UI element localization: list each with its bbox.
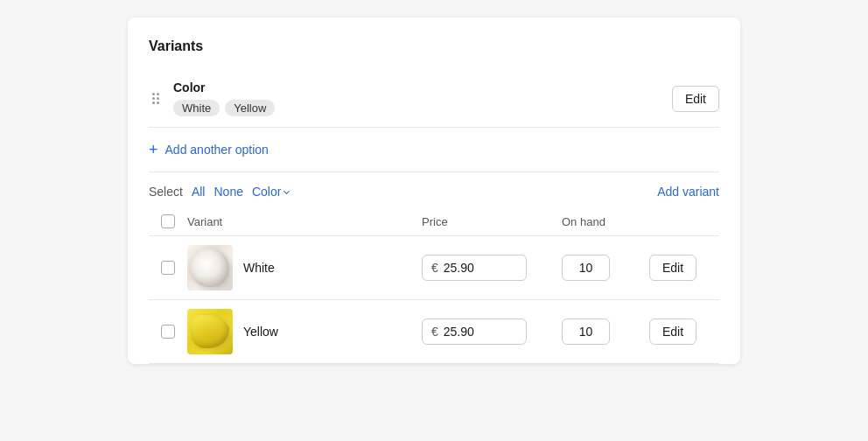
variants-card: Variants Color White Yellow xyxy=(128,18,740,364)
yellow-onhand-cell xyxy=(562,318,649,345)
filter-left: Select All None Color xyxy=(149,185,289,199)
drag-handle-grid xyxy=(152,93,159,104)
drag-dot xyxy=(157,93,159,95)
white-price-input[interactable] xyxy=(444,261,496,275)
yellow-price-input-wrapper: € xyxy=(422,318,527,345)
table-row: Yellow € Edit xyxy=(149,300,719,364)
white-currency-symbol: € xyxy=(431,261,438,275)
row-checkbox-cell xyxy=(149,325,187,339)
white-onhand-input[interactable] xyxy=(562,255,610,281)
white-actions-cell: Edit xyxy=(649,255,719,281)
variant-col-header: Variant xyxy=(187,215,422,228)
onhand-col-header: On hand xyxy=(562,215,649,228)
variant-option-left: Color White Yellow xyxy=(149,80,275,116)
white-row-checkbox[interactable] xyxy=(161,261,175,275)
yellow-edit-button[interactable]: Edit xyxy=(649,318,696,345)
drag-dot xyxy=(152,97,155,100)
yellow-currency-symbol: € xyxy=(431,325,438,339)
white-price-cell: € xyxy=(422,255,562,281)
yellow-onhand-input[interactable] xyxy=(562,318,610,345)
filter-row: Select All None Color Add variant xyxy=(149,172,719,207)
tag-white: White xyxy=(173,100,220,116)
option-edit-button[interactable]: Edit xyxy=(672,86,719,112)
yellow-actions-cell: Edit xyxy=(649,318,719,345)
color-filter-dropdown[interactable]: Color xyxy=(252,185,289,199)
row-checkbox-cell xyxy=(149,261,187,275)
table-row: White € Edit xyxy=(149,236,719,300)
add-variant-link[interactable]: Add variant xyxy=(657,185,719,199)
yellow-row-checkbox[interactable] xyxy=(161,325,175,339)
tags-row: White Yellow xyxy=(173,100,275,116)
white-variant-thumbnail xyxy=(187,245,233,290)
table-header: Variant Price On hand xyxy=(149,207,719,236)
drag-dot xyxy=(157,97,159,100)
drag-dot xyxy=(152,102,155,104)
tag-yellow: Yellow xyxy=(225,100,275,116)
variant-cell: White xyxy=(187,245,422,290)
add-option-row[interactable]: + Add another option xyxy=(149,128,719,172)
yellow-variant-thumbnail xyxy=(187,309,233,354)
yellow-variant-name: Yellow xyxy=(243,325,278,339)
plus-icon: + xyxy=(149,142,158,158)
white-edit-button[interactable]: Edit xyxy=(649,255,696,281)
variant-cell: Yellow xyxy=(187,309,422,354)
chevron-down-icon xyxy=(284,187,290,193)
all-filter-link[interactable]: All xyxy=(192,185,206,199)
white-onhand-cell xyxy=(562,255,649,281)
white-price-input-wrapper: € xyxy=(422,255,527,281)
add-option-text: Add another option xyxy=(165,143,269,157)
drag-dot xyxy=(157,102,159,104)
section-title: Variants xyxy=(149,38,719,54)
select-all-checkbox[interactable] xyxy=(161,214,175,228)
yellow-price-input[interactable] xyxy=(444,325,496,339)
onhand-label: On hand xyxy=(562,215,606,228)
none-filter-link[interactable]: None xyxy=(214,185,242,199)
option-info: Color White Yellow xyxy=(173,80,275,116)
option-label: Color xyxy=(173,80,275,94)
color-filter-label: Color xyxy=(252,185,281,199)
select-label: Select xyxy=(149,185,183,199)
price-col-header: Price xyxy=(422,215,562,228)
yellow-price-cell: € xyxy=(422,318,562,345)
variant-option-row: Color White Yellow Edit xyxy=(149,70,719,128)
header-checkbox-cell xyxy=(149,214,187,228)
white-variant-name: White xyxy=(243,261,275,275)
drag-handle[interactable] xyxy=(149,89,163,108)
drag-dot xyxy=(152,93,155,95)
